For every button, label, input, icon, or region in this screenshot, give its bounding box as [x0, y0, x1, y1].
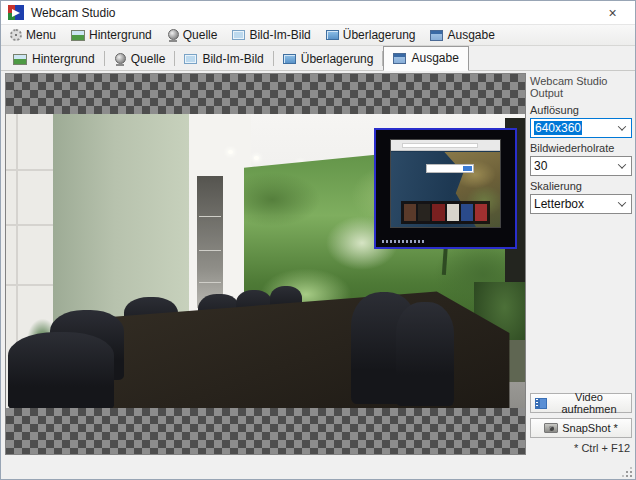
- panel-title: Webcam Studio Output: [530, 75, 632, 99]
- pip-overlay[interactable]: [374, 128, 517, 249]
- letterbox-checker-top: [6, 74, 525, 114]
- snapshot-label: SnapShot *: [562, 422, 618, 434]
- framerate-label: Bildwiederholrate: [530, 142, 632, 154]
- main-area: Webcam Studio Output Auflösung 640x360 B…: [1, 71, 635, 479]
- resize-grip[interactable]: [620, 465, 632, 477]
- scaling-combobox[interactable]: Letterbox: [530, 194, 632, 214]
- menu-item-quelle[interactable]: Quelle: [167, 28, 218, 42]
- menu-item-ausgabe[interactable]: Ausgabe: [430, 28, 494, 42]
- snapshot-button[interactable]: SnapShot *: [530, 418, 632, 438]
- output-window-icon: [393, 53, 406, 64]
- scene-ceiling-light: [228, 150, 233, 154]
- menu-item-label: Menu: [26, 28, 56, 42]
- app-logo-icon: [8, 5, 24, 20]
- scaling-label: Skalierung: [530, 180, 632, 192]
- camera-icon: [544, 423, 558, 433]
- window-title: Webcam Studio: [31, 6, 116, 20]
- framerate-combobox[interactable]: 30: [530, 156, 632, 176]
- gear-icon: [10, 29, 22, 41]
- scaling-value: Letterbox: [534, 197, 584, 211]
- preview-canvas[interactable]: [5, 73, 526, 455]
- tab-label: Bild-Im-Bild: [202, 52, 263, 66]
- menu-item-label: Überlagerung: [343, 28, 416, 42]
- tab-bild-im-bild[interactable]: Bild-Im-Bild: [175, 48, 272, 70]
- hotkey-note: * Ctrl + F12: [574, 442, 630, 454]
- picture-in-picture-icon: [232, 30, 245, 40]
- pip-tile-row: [401, 201, 490, 224]
- scene-chair: [8, 332, 114, 410]
- menu-item-label: Hintergrund: [89, 28, 152, 42]
- tabbar: Hintergrund Quelle Bild-Im-Bild Überlage…: [1, 46, 635, 71]
- pip-browser-content: [391, 152, 500, 227]
- menubar: Menu Hintergrund Quelle Bild-Im-Bild Übe…: [1, 24, 635, 46]
- app-window: Webcam Studio × Menu Hintergrund Quelle …: [0, 0, 636, 480]
- scene-shelf-niche: [197, 176, 223, 308]
- letterbox-checker-bottom: [6, 408, 525, 454]
- menu-item-menu[interactable]: Menu: [10, 28, 56, 42]
- overlay-monitor-icon: [283, 54, 296, 64]
- resolution-label: Auflösung: [530, 104, 632, 116]
- webcam-icon: [167, 29, 179, 42]
- output-window-icon: [430, 30, 443, 41]
- tab-ausgabe-active[interactable]: Ausgabe: [383, 46, 468, 71]
- video-icon: [535, 398, 547, 409]
- background-image-icon: [71, 30, 85, 41]
- chevron-down-icon[interactable]: [618, 198, 626, 206]
- scene-chair: [396, 302, 454, 406]
- close-button[interactable]: ×: [590, 1, 635, 24]
- tab-ueberlagerung[interactable]: Überlagerung: [274, 48, 383, 70]
- pip-browser-screen: [390, 139, 501, 228]
- menu-item-ueberlagerung[interactable]: Überlagerung: [326, 28, 416, 42]
- tab-label: Ausgabe: [411, 51, 458, 65]
- pip-browser-toolbar: [391, 140, 500, 151]
- picture-in-picture-icon: [184, 54, 197, 64]
- resolution-combobox[interactable]: 640x360: [530, 118, 632, 138]
- menu-item-label: Ausgabe: [447, 28, 494, 42]
- tab-label: Überlagerung: [301, 52, 374, 66]
- tab-quelle[interactable]: Quelle: [105, 48, 175, 70]
- tab-label: Hintergrund: [32, 52, 95, 66]
- pip-caption-text: [382, 240, 426, 243]
- menu-item-label: Quelle: [183, 28, 218, 42]
- chevron-down-icon[interactable]: [618, 160, 626, 168]
- tab-label: Quelle: [131, 52, 166, 66]
- record-video-label: Video aufnehmen: [551, 391, 627, 415]
- framerate-value: 30: [534, 159, 547, 173]
- tab-hintergrund[interactable]: Hintergrund: [4, 48, 104, 70]
- titlebar: Webcam Studio ×: [1, 1, 635, 24]
- record-video-button[interactable]: Video aufnehmen: [530, 393, 632, 413]
- resolution-value: 640x360: [534, 121, 582, 135]
- chevron-down-icon[interactable]: [618, 122, 626, 130]
- pip-search-box: [426, 164, 474, 173]
- output-panel: Webcam Studio Output Auflösung 640x360 B…: [530, 73, 632, 477]
- menu-item-hintergrund[interactable]: Hintergrund: [71, 28, 152, 42]
- background-image-icon: [13, 54, 27, 65]
- menu-item-bild-im-bild[interactable]: Bild-Im-Bild: [232, 28, 310, 42]
- menu-item-label: Bild-Im-Bild: [249, 28, 310, 42]
- webcam-icon: [114, 53, 126, 66]
- scene-ceiling-light: [254, 156, 259, 160]
- overlay-monitor-icon: [326, 30, 339, 40]
- pip-browser-urlbar: [402, 143, 478, 148]
